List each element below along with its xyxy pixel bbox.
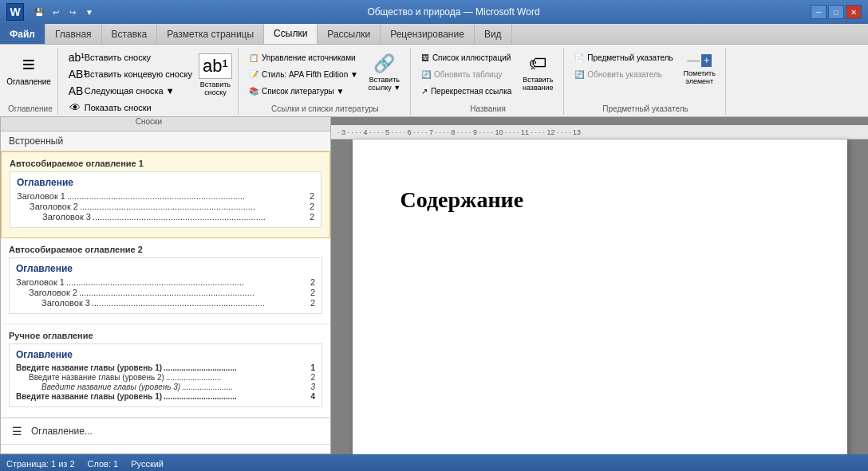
ribbon-tabs: Файл Главная Вставка Разметка страницы С… [0, 24, 868, 45]
quick-access: 💾 ↩ ↪ ▼ [32, 5, 97, 19]
toc-option-2-title: Автособираемое оглавление 2 [9, 245, 322, 254]
main-area: Встроенный Автособираемое оглавление 1 О… [0, 117, 868, 454]
toc-icon: ≡ [22, 53, 35, 76]
group-index: 📄 Предметный указатель 🔄 Обновить указат… [566, 48, 725, 115]
toc-group-label: Оглавление [8, 103, 53, 113]
toc-line-2-2: Заголовок 2 ............................… [16, 288, 315, 297]
doc-page[interactable]: Содержание [353, 139, 847, 454]
tab-references[interactable]: Ссылки [264, 24, 318, 44]
insert-citation-btn[interactable]: 🔗 Вставитьссылку ▼ [364, 49, 405, 96]
tab-view[interactable]: Вид [475, 24, 512, 44]
figures-icon: 🖼 [421, 53, 429, 62]
toc-line-1-3: Заголовок 3 ............................… [17, 212, 314, 222]
mark-entry-btn[interactable]: — + Пометитьэлемент [679, 49, 720, 89]
insert-footnote-large-btn[interactable]: ab¹ Вставитьсноску [198, 49, 233, 100]
language: Русский [131, 459, 164, 469]
figures-list-btn[interactable]: 🖼 Список иллюстраций [417, 49, 515, 65]
captions-group-content: 🖼 Список иллюстраций 🔄 Обновить таблицу … [417, 49, 558, 103]
update-index-btn[interactable]: 🔄 Обновить указатель [570, 66, 677, 82]
remove-toc-action[interactable]: ✕ Удалить оглавление [1, 444, 330, 454]
tab-file[interactable]: Файл [0, 24, 45, 44]
toc-heading-2: Оглавление [16, 263, 315, 274]
toc-options-label: Оглавление... [31, 426, 93, 437]
status-bar: Страница: 1 из 2 Слов: 1 Русский [0, 454, 868, 471]
save-quick-btn[interactable]: 💾 [32, 5, 46, 19]
show-footnotes-btn[interactable]: 👁 Показать сноски [65, 100, 196, 116]
toc-option-3[interactable]: Ручное оглавление Оглавление Введите наз… [1, 324, 330, 418]
index-col: 📄 Предметный указатель 🔄 Обновить указат… [570, 49, 677, 82]
remove-toc-label: Удалить оглавление [31, 452, 121, 454]
toc-line-3-3: Введите название главы (уровень 3) .....… [16, 383, 315, 391]
next-footnote-icon: AB [69, 84, 81, 97]
style-dropdown-btn[interactable]: 📝 Стиль: APA Fifth Edition ▼ [245, 66, 362, 82]
word-icon: W [6, 3, 24, 21]
footnotes-group-content: ab¹ Вставить сноску AB¹ Вставить концеву… [65, 49, 233, 116]
ribbon: Файл Главная Вставка Разметка страницы С… [0, 24, 868, 117]
footnote-icon: ab¹ [69, 51, 81, 64]
mark-entry-icon: — + [687, 53, 712, 68]
tab-insert[interactable]: Вставка [102, 24, 158, 44]
toc-option-2[interactable]: Автособираемое оглавление 2 Оглавление З… [1, 238, 330, 324]
tab-layout[interactable]: Разметка страницы [157, 24, 264, 44]
dropdown-section-builtin: Встроенный [1, 131, 330, 151]
toc-line-3-4: Введите название главы (уровень 1) .....… [16, 392, 315, 401]
title-bar-title: Общество и природа — Microsoft Word [97, 6, 811, 18]
ribbon-content: ≡ Оглавление Оглавление ab¹ Вставить сно… [0, 45, 868, 116]
toc-line-1-2: Заголовок 2 ............................… [17, 202, 314, 211]
index-group-label: Предметный указатель [570, 103, 720, 113]
minimize-btn[interactable]: ─ [811, 5, 827, 19]
maximize-btn[interactable]: □ [828, 5, 844, 19]
captions-group-label: Названия [417, 103, 558, 113]
citations-group-label: Ссылки и списки литературы [245, 103, 405, 113]
toc-line-1-1: Заголовок 1 ............................… [17, 191, 314, 201]
close-btn[interactable]: ✕ [846, 5, 862, 19]
citations-group-content: 📋 Управление источниками 📝 Стиль: APA Fi… [245, 49, 405, 103]
undo-btn[interactable]: ↩ [49, 5, 63, 19]
redo-btn[interactable]: ↪ [65, 5, 80, 19]
group-toc: ≡ Оглавление Оглавление [3, 48, 58, 115]
citations-col: 📋 Управление источниками 📝 Стиль: APA Fi… [245, 49, 362, 99]
title-bar-left: W 💾 ↩ ↪ ▼ [6, 3, 97, 21]
insert-footnote-btn[interactable]: ab¹ Вставить сноску [65, 49, 196, 65]
doc-heading: Содержание [400, 187, 799, 213]
toc-option-1-title: Автособираемое оглавление 1 [10, 159, 322, 168]
title-bar: W 💾 ↩ ↪ ▼ Общество и природа — Microsoft… [0, 0, 868, 24]
toc-button[interactable]: ≡ Оглавление [8, 49, 49, 90]
caption-icon: 🏷 [529, 53, 546, 74]
h-ruler: · 3 · · · · 4 · · · · 5 · · · · 6 · · · … [331, 125, 868, 139]
dropdown-panel: Встроенный Автособираемое оглавление 1 О… [0, 117, 331, 454]
show-notes-icon: 👁 [69, 101, 81, 114]
tab-home[interactable]: Главная [45, 24, 102, 44]
insert-caption-btn[interactable]: 🏷 Вставитьназвание [517, 49, 558, 96]
toc-options-action[interactable]: ☰ Оглавление... [1, 418, 330, 444]
doc-area[interactable]: · 3 · · · · 4 · · · · 5 · · · · 6 · · · … [331, 117, 868, 454]
update-index-icon: 🔄 [574, 70, 584, 79]
insert-endnote-btn[interactable]: AB¹ Вставить концевую сноску [65, 66, 196, 82]
qa-dropdown-btn[interactable]: ▼ [82, 5, 97, 19]
crossref-btn[interactable]: ↗ Перекрестная ссылка [417, 83, 515, 99]
manage-sources-btn[interactable]: 📋 Управление источниками [245, 49, 362, 65]
toc-group-content: ≡ Оглавление [8, 49, 53, 103]
page-info: Страница: 1 из 2 [6, 459, 75, 469]
bibliography-btn[interactable]: 📚 Список литературы ▼ [245, 83, 362, 99]
title-bar-controls: ─ □ ✕ [811, 5, 862, 19]
group-footnotes: ab¹ Вставить сноску AB¹ Вставить концеву… [60, 48, 239, 115]
toc-preview-3: Оглавление Введите название главы (урове… [9, 343, 322, 407]
toc-options-icon: ☰ [9, 423, 25, 439]
next-footnote-btn[interactable]: AB Следующая сноска ▼ [65, 83, 196, 99]
tab-mailings[interactable]: Рассылки [318, 24, 381, 44]
citation-icon: 🔗 [373, 53, 395, 74]
toc-line-3-2: Введите название главы (уровень 2) .....… [16, 373, 315, 382]
update-table-btn[interactable]: 🔄 Обновить таблицу [417, 66, 515, 82]
crossref-icon: ↗ [421, 87, 428, 96]
index-btn[interactable]: 📄 Предметный указатель [570, 49, 677, 65]
toc-line-3-1: Введите название главы (уровень 1) .....… [16, 363, 315, 372]
tab-review[interactable]: Рецензирование [381, 24, 475, 44]
toc-option-1[interactable]: Автособираемое оглавление 1 Оглавление З… [1, 151, 330, 238]
footnotes-col1: ab¹ Вставить сноску AB¹ Вставить концеву… [65, 49, 196, 116]
toc-line-2-3: Заголовок 3 ............................… [16, 298, 315, 308]
group-captions: 🖼 Список иллюстраций 🔄 Обновить таблицу … [412, 48, 564, 115]
word-count: Слов: 1 [88, 459, 119, 469]
group-citations: 📋 Управление источниками 📝 Стиль: APA Fi… [240, 48, 411, 115]
toc-preview-1: Оглавление Заголовок 1 .................… [10, 171, 322, 228]
